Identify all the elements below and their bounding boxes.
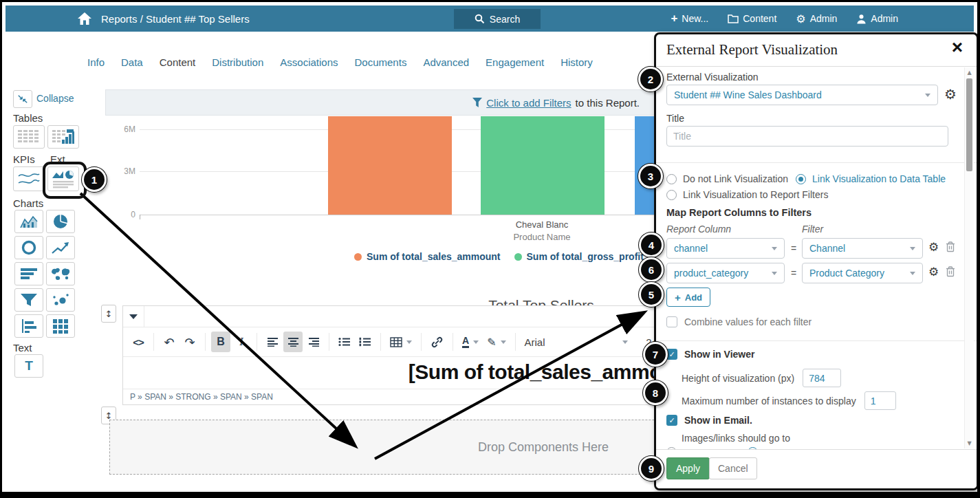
tab-documents[interactable]: Documents — [347, 53, 415, 72]
align-center-button[interactable] — [283, 332, 303, 352]
text-component[interactable]: T — [14, 354, 43, 378]
filter-select[interactable]: Channel — [802, 238, 923, 259]
admin-user-button[interactable]: Admin — [856, 13, 898, 24]
content-button[interactable]: Content — [728, 13, 776, 24]
show-in-viewer-checkbox-row[interactable]: ✓ Show in Viewer — [666, 349, 754, 360]
pareto-chart-component[interactable] — [14, 314, 43, 338]
panel-scrollbar[interactable]: ▲ ▼ — [964, 67, 974, 448]
filter-select[interactable]: Product Category — [802, 263, 923, 283]
caret-down-icon — [501, 340, 506, 347]
pie-chart-component[interactable] — [46, 210, 75, 233]
table-icon — [390, 337, 402, 347]
panel-title: External Report Visualization — [666, 41, 838, 58]
kpi-component[interactable] — [13, 166, 45, 191]
combo-chart-component[interactable] — [14, 210, 43, 233]
row-delete-trash-icon[interactable] — [946, 241, 955, 255]
insert-link-button[interactable] — [427, 332, 447, 352]
bold-button[interactable]: B — [211, 332, 230, 352]
apply-button[interactable]: Apply — [666, 457, 710, 479]
scatter-chart-component[interactable] — [46, 288, 75, 312]
row-settings-gear-icon[interactable]: ⚙ — [928, 241, 939, 253]
donut-chart-component[interactable] — [14, 236, 43, 259]
cancel-button[interactable]: Cancel — [709, 457, 757, 479]
collapse-label[interactable]: Collapse — [36, 93, 74, 104]
radio-link-data-table[interactable]: Link Visualization to Data Table — [796, 173, 946, 184]
radio-do-not-link[interactable]: Do not Link Visualization — [666, 173, 788, 184]
report-column-select[interactable]: product_category — [666, 263, 785, 283]
scroll-down-icon[interactable]: ▼ — [965, 440, 974, 446]
bar-total-sales-ammount[interactable] — [328, 116, 452, 215]
collapse-button[interactable] — [13, 90, 32, 108]
y-axis-tick-mark — [140, 215, 140, 219]
tab-advanced[interactable]: Advanced — [415, 53, 477, 72]
font-color-button[interactable]: A — [459, 332, 482, 352]
resize-handle-editor[interactable]: ↕ — [101, 305, 116, 323]
visualization-settings-gear-icon[interactable]: ⚙ — [944, 87, 957, 101]
top-navigation-bar: Reports / Student ## Top Sellers Search … — [6, 6, 974, 32]
tab-data[interactable]: Data — [113, 53, 151, 72]
map-chart-component[interactable] — [46, 262, 75, 285]
tab-content[interactable]: Content — [151, 53, 204, 72]
font-family-select[interactable]: Arial — [521, 332, 631, 352]
bullet-list-button[interactable] — [335, 332, 354, 352]
add-filters-link[interactable]: Click to add Filters — [486, 97, 571, 109]
tab-associations[interactable]: Associations — [272, 53, 346, 72]
highlight-color-button[interactable]: ✎ — [483, 332, 509, 352]
height-of-visualization-row: Height of visualization (px) — [682, 369, 841, 387]
row-settings-gear-icon[interactable]: ⚙ — [928, 266, 939, 278]
italic-button[interactable]: I — [232, 332, 251, 352]
toolbar-separator — [257, 333, 257, 351]
line-chart-component[interactable] — [46, 236, 75, 259]
external-visualization-select[interactable]: Student ## Wine Sales Dashboard — [666, 85, 938, 105]
radio-link-report-filters[interactable]: Link Visualization to Report Filters — [666, 189, 828, 200]
title-input[interactable] — [666, 126, 948, 147]
heatmap-chart-component[interactable] — [46, 314, 75, 338]
scrollbar-thumb[interactable] — [966, 78, 972, 171]
numbered-list-button[interactable] — [356, 332, 375, 352]
funnel-chart-component[interactable] — [14, 288, 43, 312]
height-input[interactable] — [803, 369, 841, 387]
tab-distribution[interactable]: Distribution — [204, 53, 272, 72]
report-tabs: Info Data Content Distribution Associati… — [79, 53, 601, 72]
insert-table-button[interactable] — [386, 332, 415, 352]
show-in-email-checkbox-row[interactable]: ✓ Show in Email. — [666, 415, 752, 426]
tab-history[interactable]: History — [552, 53, 601, 72]
combine-values-checkbox-row[interactable]: Combine values for each filter — [666, 316, 812, 327]
tab-engagement[interactable]: Engagement — [477, 53, 552, 72]
legend-item-sales[interactable]: Sum of total_sales_ammount — [354, 251, 501, 262]
text-section-label: Text — [13, 342, 32, 354]
home-icon[interactable] — [78, 12, 91, 25]
code-view-button[interactable]: <> — [129, 332, 148, 352]
search-button-label: Search — [490, 14, 520, 25]
legend-dot-orange — [354, 253, 362, 261]
caret-down-icon — [772, 247, 777, 253]
divider — [656, 340, 977, 341]
checkbox-unchecked-icon — [666, 316, 677, 327]
search-button[interactable]: Search — [454, 9, 541, 29]
align-right-button[interactable] — [304, 332, 323, 352]
editor-menu-button[interactable] — [123, 306, 144, 327]
admin-settings-button[interactable]: ⚙ Admin — [796, 12, 837, 25]
align-left-button[interactable] — [263, 332, 282, 352]
divider — [656, 162, 977, 163]
report-column-select[interactable]: channel — [666, 238, 785, 259]
scroll-up-icon[interactable]: ▲ — [965, 69, 974, 76]
breadcrumb[interactable]: Reports / Student ## Top Sellers — [101, 13, 250, 25]
close-panel-button[interactable]: × — [948, 36, 967, 59]
add-mapping-button[interactable]: + Add — [666, 288, 710, 307]
external-visualization-component[interactable] — [47, 166, 79, 191]
max-instances-input[interactable] — [864, 391, 896, 410]
caret-down-icon — [910, 247, 915, 253]
title-field-label: Title — [666, 113, 684, 124]
row-delete-trash-icon[interactable] — [946, 266, 955, 280]
undo-button[interactable]: ↶ — [160, 332, 179, 352]
bar-total-gross-profit[interactable] — [481, 116, 605, 215]
table-component[interactable] — [13, 125, 45, 149]
hbar-chart-component[interactable] — [14, 262, 43, 285]
new-button[interactable]: + New... — [671, 12, 708, 25]
legend-item-profit[interactable]: Sum of total_gross_profit — [514, 251, 644, 262]
table-with-chart-component[interactable] — [47, 125, 79, 149]
table-grid-icon — [17, 129, 41, 145]
tab-info[interactable]: Info — [79, 53, 113, 72]
redo-button[interactable]: ↷ — [180, 332, 199, 352]
